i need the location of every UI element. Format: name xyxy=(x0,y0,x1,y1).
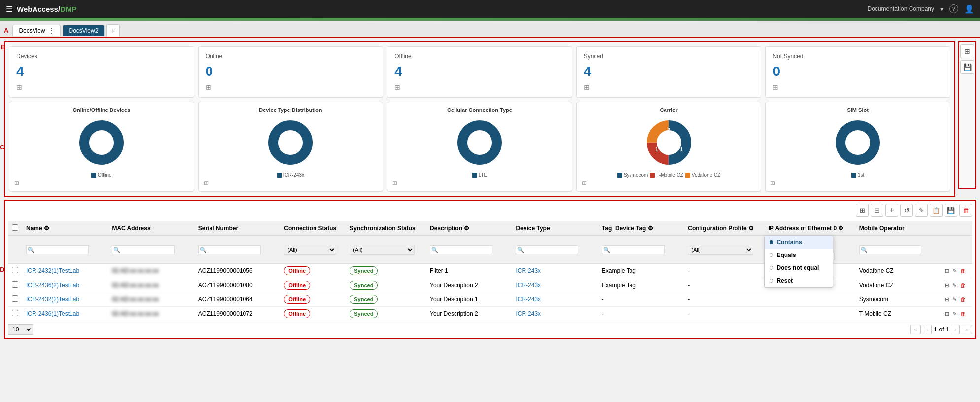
col-operator-header[interactable]: Mobile Operator xyxy=(855,221,941,236)
device-type-footer: ⊞ xyxy=(204,180,209,186)
row4-name-link[interactable]: ICR-2436(1)TestLab xyxy=(26,310,79,317)
serial-filter-input[interactable] xyxy=(198,245,261,254)
filter-reset[interactable]: Reset xyxy=(765,274,833,287)
row1-copy-btn[interactable]: ⊞ xyxy=(945,268,949,274)
config-filter-select[interactable]: (All) xyxy=(688,245,753,255)
col-name-header[interactable]: Name ⚙ xyxy=(22,221,108,236)
row2-edit-btn[interactable]: ✎ xyxy=(952,282,957,288)
row1-serial: ACZ1199000001056 xyxy=(194,264,280,278)
row2-operator: Vodafone CZ xyxy=(855,278,941,292)
help-icon[interactable]: ? xyxy=(949,4,958,13)
prev-page-button[interactable]: ‹ xyxy=(923,325,932,334)
row4-checkbox-input[interactable] xyxy=(12,310,18,316)
row1-edit-btn[interactable]: ✎ xyxy=(952,268,957,274)
table-filter-button[interactable]: ⊟ xyxy=(871,204,883,217)
row3-sync-badge: Synced xyxy=(350,295,378,304)
ip-filter-dropdown: Contains Equals Does not equal xyxy=(764,235,833,288)
row4-delete-btn[interactable]: 🗑 xyxy=(960,311,966,317)
row3-device-type-link[interactable]: ICR-243x xyxy=(516,296,541,303)
row3-connection: Offline xyxy=(280,292,346,307)
last-page-button[interactable]: » xyxy=(962,325,972,334)
col-sync-header[interactable]: Synchronization Status xyxy=(346,221,426,236)
chart-online-offline: Online/Offline Devices 4 Offline xyxy=(9,102,194,192)
row2-name-link[interactable]: ICR-2436(2)TestLab xyxy=(26,282,79,289)
table-add-button[interactable]: + xyxy=(885,204,898,217)
row4-serial: ACZ1199000001072 xyxy=(194,307,280,321)
legend-tmobile: T-Mobile CZ xyxy=(650,172,683,178)
device-type-filter-input[interactable] xyxy=(516,245,578,254)
table-grid-button[interactable]: ⊞ xyxy=(856,204,869,217)
filter-does-not-equal[interactable]: Does not equal xyxy=(765,261,833,274)
sync-filter-select[interactable]: (All) xyxy=(350,245,415,255)
table-section: D ⊞ ⊟ + ↺ ✎ 📋 💾 🗑 Name ⚙ MAC Address Ser… xyxy=(4,200,976,339)
legend-lte-dot xyxy=(472,173,477,178)
col-serial-filter xyxy=(194,236,280,264)
tab-docsview2[interactable]: DocsView2 xyxy=(63,25,105,36)
row1-sync-badge: Synced xyxy=(350,266,378,275)
row1-device-type: ICR-243x xyxy=(512,264,597,278)
tab-docsview[interactable]: DocsView ⋮ xyxy=(12,25,60,36)
select-all-checkbox[interactable] xyxy=(12,224,18,231)
first-page-button[interactable]: « xyxy=(910,325,921,334)
edit-view-sidebar: ⊞ 💾 Edit View access ↑ xyxy=(958,41,976,189)
name-filter-input[interactable] xyxy=(26,245,89,254)
table-refresh-button[interactable]: ↺ xyxy=(900,204,913,217)
add-tab-button[interactable]: + xyxy=(106,24,119,37)
operator-filter-input[interactable] xyxy=(859,245,922,254)
row3-checkbox-input[interactable] xyxy=(12,295,18,302)
col-ip-header[interactable]: IP Address of Ethernet 0 ⚙ Contains Equa… xyxy=(764,221,855,236)
annotation-c: C xyxy=(0,143,4,150)
tag-filter-input[interactable] xyxy=(602,245,665,254)
row2-delete-btn[interactable]: 🗑 xyxy=(960,282,966,288)
row4-copy-btn[interactable]: ⊞ xyxy=(945,311,949,317)
edit-view-save-button[interactable]: 💾 xyxy=(960,60,974,74)
filter-contains-label: Contains xyxy=(776,239,802,246)
user-icon[interactable]: 👤 xyxy=(964,4,974,14)
col-device-type-header[interactable]: Device Type xyxy=(512,221,597,236)
row1-device-type-link[interactable]: ICR-243x xyxy=(516,267,541,274)
row3-name-link[interactable]: ICR-2432(2)TestLab xyxy=(26,296,79,303)
mac-filter-input[interactable] xyxy=(112,245,175,254)
table-delete-button[interactable]: 🗑 xyxy=(959,204,972,217)
col-tag-header[interactable]: Tag_Device Tag ⚙ xyxy=(598,221,684,236)
table-save-button[interactable]: 💾 xyxy=(945,204,957,217)
col-mac-header[interactable]: MAC Address xyxy=(108,221,194,236)
row2-checkbox-input[interactable] xyxy=(12,281,18,288)
annotation-a: A xyxy=(4,27,8,34)
filter-equals[interactable]: Equals xyxy=(765,249,833,261)
table-copy-button[interactable]: 📋 xyxy=(930,204,943,217)
cellular-donut: 4 xyxy=(455,118,504,167)
row2-copy-btn[interactable]: ⊞ xyxy=(945,282,949,288)
col-connection-header[interactable]: Connection Status xyxy=(280,221,346,236)
row4-tag: - xyxy=(598,307,684,321)
row3-copy-btn[interactable]: ⊞ xyxy=(945,296,949,302)
row3-device-type: ICR-243x xyxy=(512,292,597,307)
col-serial-header[interactable]: Serial Number xyxy=(194,221,280,236)
company-dropdown[interactable]: ▾ xyxy=(940,5,944,13)
page-size-select[interactable]: 10 25 50 100 xyxy=(8,324,33,335)
row3-delete-btn[interactable]: 🗑 xyxy=(960,296,966,302)
col-description-header[interactable]: Description ⚙ xyxy=(426,221,512,236)
filter-contains[interactable]: Contains xyxy=(765,236,833,249)
row4-edit-btn[interactable]: ✎ xyxy=(952,311,957,317)
row3-checkbox xyxy=(8,292,22,307)
hamburger-icon[interactable]: ☰ xyxy=(6,4,13,14)
col-config-header[interactable]: Configuration Profile ⚙ xyxy=(684,221,764,236)
svg-point-12 xyxy=(661,134,677,151)
table-edit-button[interactable]: ✎ xyxy=(915,204,928,217)
tab1-menu-icon[interactable]: ⋮ xyxy=(48,27,54,34)
row1-delete-btn[interactable]: 🗑 xyxy=(960,268,966,274)
row3-edit-btn[interactable]: ✎ xyxy=(952,296,957,302)
connection-filter-select[interactable]: (All) xyxy=(284,245,336,255)
synced-icon: ⊞ xyxy=(584,83,754,91)
next-page-button[interactable]: › xyxy=(951,325,960,334)
row2-device-type-link[interactable]: ICR-243x xyxy=(516,282,541,289)
edit-view-grid-button[interactable]: ⊞ xyxy=(960,44,974,58)
row4-checkbox xyxy=(8,307,22,321)
row1-checkbox-input[interactable] xyxy=(12,267,18,273)
row1-name-link[interactable]: ICR-2432(1)TestLab xyxy=(26,267,79,274)
table-footer: 10 25 50 100 « ‹ 1 of 1 › » xyxy=(8,324,972,335)
cellular-footer: ⊞ xyxy=(392,180,397,186)
row4-device-type-link[interactable]: ICR-243x xyxy=(516,310,541,317)
description-filter-input[interactable] xyxy=(430,245,492,254)
